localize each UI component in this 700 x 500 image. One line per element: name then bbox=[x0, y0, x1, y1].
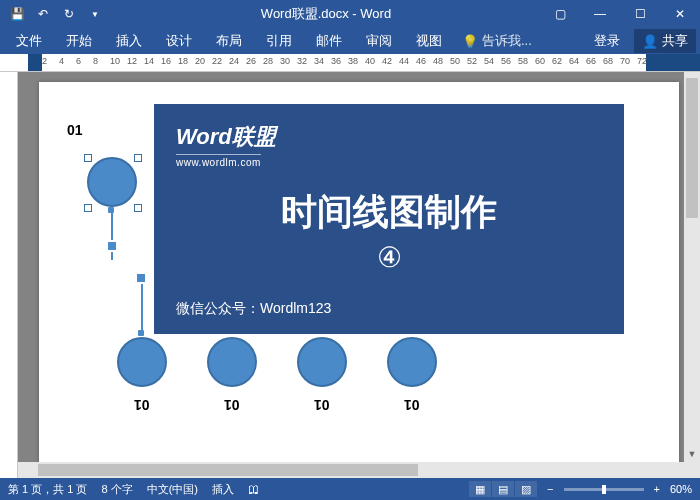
tell-me-search[interactable]: 💡 告诉我... bbox=[462, 32, 532, 50]
connector-endpoint[interactable] bbox=[138, 330, 144, 336]
vertical-scrollbar[interactable]: ▲ ▼ bbox=[684, 72, 700, 478]
timeline-circle bbox=[297, 337, 347, 387]
timeline-label: 01 bbox=[134, 397, 150, 413]
connector-line[interactable] bbox=[111, 210, 113, 260]
view-print-icon[interactable]: ▦ bbox=[469, 481, 491, 497]
tab-review[interactable]: 审阅 bbox=[354, 28, 404, 54]
undo-icon[interactable]: ↶ bbox=[32, 3, 54, 25]
connector-handle[interactable] bbox=[106, 240, 118, 252]
tab-design[interactable]: 设计 bbox=[154, 28, 204, 54]
logo-url: www.wordlm.com bbox=[176, 154, 261, 168]
card-title: 时间线图制作 bbox=[176, 188, 602, 237]
tab-view[interactable]: 视图 bbox=[404, 28, 454, 54]
redo-icon[interactable]: ↻ bbox=[58, 3, 80, 25]
selection-handle[interactable] bbox=[134, 204, 142, 212]
view-read-icon[interactable]: ▤ bbox=[492, 481, 514, 497]
scrollbar-thumb[interactable] bbox=[686, 78, 698, 218]
horizontal-ruler[interactable]: 2468101214161820222426283032343638404244… bbox=[0, 54, 700, 72]
tab-mail[interactable]: 邮件 bbox=[304, 28, 354, 54]
zoom-level[interactable]: 60% bbox=[670, 483, 692, 495]
status-language[interactable]: 中文(中国) bbox=[147, 482, 198, 497]
timeline-circle bbox=[387, 337, 437, 387]
share-button[interactable]: 👤 共享 bbox=[634, 29, 696, 53]
tab-file[interactable]: 文件 bbox=[4, 28, 54, 54]
lightbulb-icon: 💡 bbox=[462, 34, 478, 49]
connector-handle[interactable] bbox=[135, 272, 147, 284]
horizontal-scrollbar[interactable] bbox=[18, 462, 684, 478]
view-web-icon[interactable]: ▨ bbox=[515, 481, 537, 497]
status-track-icon[interactable]: 🕮 bbox=[248, 483, 259, 495]
connector-endpoint[interactable] bbox=[108, 207, 114, 213]
status-insert-mode[interactable]: 插入 bbox=[212, 482, 234, 497]
save-icon[interactable]: 💾 bbox=[6, 3, 28, 25]
tab-references[interactable]: 引用 bbox=[254, 28, 304, 54]
card-footer: 微信公众号：Wordlm123 bbox=[176, 300, 331, 318]
ribbon-options-icon[interactable]: ▢ bbox=[540, 0, 580, 28]
document-page: 01 01 01 01 01 Word联盟 www.wordlm.com bbox=[39, 82, 679, 478]
scroll-down-icon[interactable]: ▼ bbox=[684, 446, 700, 462]
selection-handle[interactable] bbox=[84, 154, 92, 162]
selection-handle[interactable] bbox=[134, 154, 142, 162]
person-icon: 👤 bbox=[642, 34, 658, 49]
tab-home[interactable]: 开始 bbox=[54, 28, 104, 54]
zoom-out-icon[interactable]: − bbox=[547, 483, 553, 495]
selection-handle[interactable] bbox=[84, 204, 92, 212]
timeline-label: 01 bbox=[404, 397, 420, 413]
tell-me-label: 告诉我... bbox=[482, 32, 532, 50]
logo-text: Word联盟 bbox=[176, 122, 602, 152]
zoom-slider[interactable] bbox=[564, 488, 644, 491]
timeline-circle[interactable] bbox=[87, 157, 137, 207]
login-button[interactable]: 登录 bbox=[582, 28, 632, 54]
connector-line[interactable] bbox=[141, 282, 143, 332]
close-icon[interactable]: ✕ bbox=[660, 0, 700, 28]
window-title: Word联盟.docx - Word bbox=[112, 5, 540, 23]
overlay-card: Word联盟 www.wordlm.com 时间线图制作 ④ 微信公众号：Wor… bbox=[154, 104, 624, 334]
timeline-label: 01 bbox=[224, 397, 240, 413]
qat-dropdown-icon[interactable]: ▼ bbox=[84, 3, 106, 25]
timeline-label-top: 01 bbox=[67, 122, 83, 138]
timeline-circle bbox=[207, 337, 257, 387]
card-subtitle: ④ bbox=[176, 241, 602, 274]
minimize-icon[interactable]: — bbox=[580, 0, 620, 28]
share-label: 共享 bbox=[662, 32, 688, 50]
timeline-circle bbox=[117, 337, 167, 387]
vertical-ruler[interactable] bbox=[0, 72, 18, 478]
tab-insert[interactable]: 插入 bbox=[104, 28, 154, 54]
status-page[interactable]: 第 1 页，共 1 页 bbox=[8, 482, 87, 497]
zoom-in-icon[interactable]: + bbox=[654, 483, 660, 495]
status-words[interactable]: 8 个字 bbox=[101, 482, 132, 497]
maximize-icon[interactable]: ☐ bbox=[620, 0, 660, 28]
scrollbar-thumb[interactable] bbox=[38, 464, 418, 476]
tab-layout[interactable]: 布局 bbox=[204, 28, 254, 54]
timeline-label: 01 bbox=[314, 397, 330, 413]
